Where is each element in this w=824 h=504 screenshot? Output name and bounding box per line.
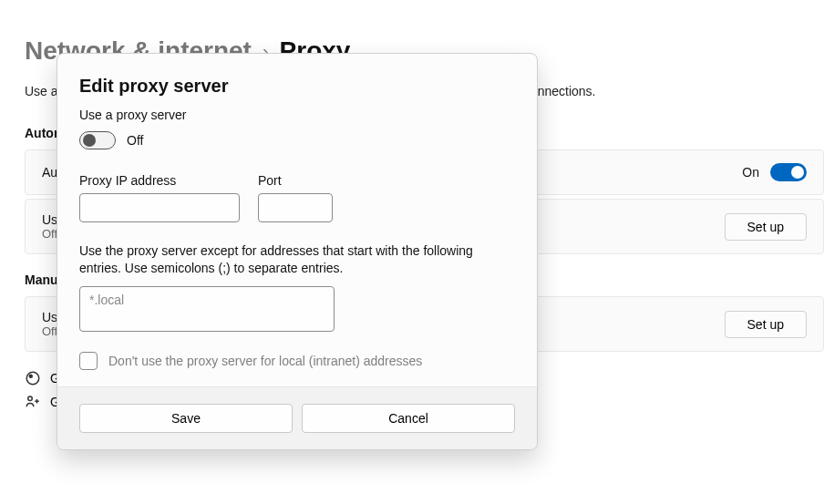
svg-point-0 <box>26 372 39 385</box>
manual-setup-button[interactable]: Set up <box>725 311 807 338</box>
dialog-footer: Save Cancel <box>57 386 537 449</box>
ip-label: Proxy IP address <box>79 173 240 188</box>
bypass-local-label: Don't use the proxy server for local (in… <box>108 354 422 368</box>
bypass-local-checkbox[interactable] <box>79 352 98 370</box>
cancel-button[interactable]: Cancel <box>302 404 515 433</box>
edit-proxy-dialog: Edit proxy server Use a proxy server Off… <box>57 53 538 450</box>
auto-detect-toggle[interactable] <box>770 163 807 181</box>
svg-point-1 <box>29 375 34 379</box>
proxy-port-input[interactable] <box>258 193 333 222</box>
save-button[interactable]: Save <box>79 404 293 433</box>
proxy-ip-input[interactable] <box>79 193 240 222</box>
port-label: Port <box>258 173 333 188</box>
svg-point-2 <box>28 396 33 401</box>
help-icon <box>25 370 41 386</box>
exceptions-description: Use the proxy server except for addresse… <box>79 242 515 277</box>
use-proxy-label: Use a proxy server <box>79 108 515 122</box>
dialog-title: Edit proxy server <box>79 76 515 97</box>
toggle-status: On <box>742 165 759 180</box>
use-proxy-toggle[interactable] <box>79 131 116 149</box>
exceptions-input[interactable] <box>79 286 335 332</box>
setup-script-button[interactable]: Set up <box>725 213 807 241</box>
toggle-state-label: Off <box>127 133 143 148</box>
feedback-icon <box>25 394 41 410</box>
